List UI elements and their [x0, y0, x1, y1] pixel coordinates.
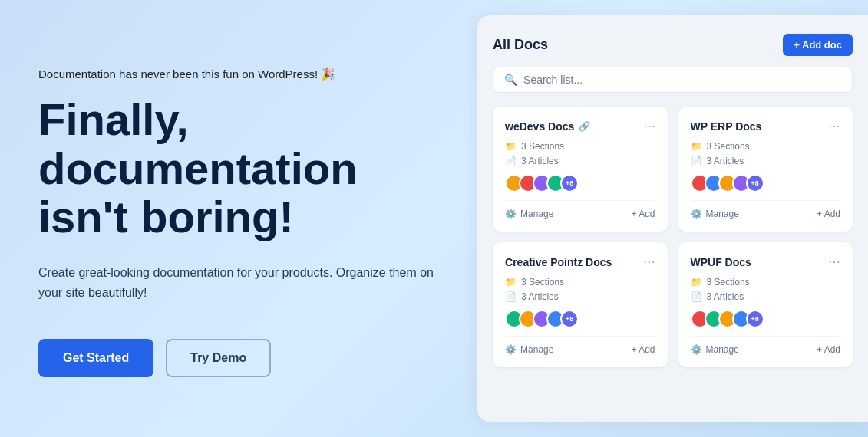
card-title-row-2: Creative Pointz Docs	[505, 256, 612, 268]
card-footer-2: ⚙️ Manage + Add	[505, 336, 655, 355]
avatar-count-3: +8	[746, 310, 764, 328]
folder-icon-0: 📁	[505, 141, 517, 152]
card-title-row-3: WPUF Docs	[691, 256, 751, 268]
sections-label-2: 3 Sections	[521, 277, 564, 288]
card-title-0: weDevs Docs	[505, 120, 574, 133]
manage-label-3: Manage	[706, 344, 739, 355]
folder-icon-3: 📁	[691, 277, 702, 288]
articles-row-2: 📄 3 Articles	[505, 291, 655, 302]
gear-icon-2: ⚙️	[505, 344, 517, 355]
manage-label-1: Manage	[706, 209, 739, 219]
headline-line2: documentation	[38, 143, 358, 193]
card-header-2: Creative Pointz Docs ⋯	[505, 255, 655, 269]
manage-button-3[interactable]: ⚙️ Manage	[691, 344, 739, 355]
search-input[interactable]	[523, 74, 841, 86]
manage-label-0: Manage	[520, 209, 553, 219]
sections-label-0: 3 Sections	[521, 141, 564, 152]
headline-line3: isn't boring!	[38, 192, 294, 242]
card-footer-3: ⚙️ Manage + Add	[691, 336, 840, 355]
card-title-1: WP ERP Docs	[691, 120, 762, 133]
folder-icon-1: 📁	[691, 141, 702, 152]
manage-label-2: Manage	[520, 344, 553, 355]
sections-row-2: 📁 3 Sections	[505, 277, 655, 288]
more-options-icon-3[interactable]: ⋯	[828, 255, 840, 269]
headline: Finally, documentation isn't boring!	[38, 95, 439, 242]
cta-buttons: Get Started Try Demo	[38, 339, 439, 377]
more-options-icon-0[interactable]: ⋯	[643, 119, 655, 133]
add-button-3[interactable]: + Add	[817, 344, 840, 355]
gear-icon-0: ⚙️	[505, 209, 517, 219]
gear-icon-1: ⚙️	[691, 209, 702, 219]
article-icon-0: 📄	[505, 156, 517, 166]
articles-label-2: 3 Articles	[521, 291, 559, 302]
cards-grid: weDevs Docs 🔗 ⋯ 📁 3 Sections 📄 3 Article…	[493, 107, 853, 367]
doc-card-wpuf: WPUF Docs ⋯ 📁 3 Sections 📄 3 Articles	[678, 242, 853, 367]
folder-icon-2: 📁	[505, 277, 517, 288]
add-doc-button[interactable]: + Add doc	[783, 34, 853, 56]
sections-row-1: 📁 3 Sections	[691, 141, 840, 152]
card-header-3: WPUF Docs ⋯	[691, 255, 840, 269]
avatar-count-0: +8	[560, 174, 579, 192]
get-started-button[interactable]: Get Started	[38, 339, 153, 377]
avatar-count-2: +8	[560, 310, 579, 328]
manage-button-1[interactable]: ⚙️ Manage	[691, 209, 739, 219]
article-icon-3: 📄	[691, 291, 702, 302]
add-button-2[interactable]: + Add	[631, 344, 655, 355]
sections-row-3: 📁 3 Sections	[691, 277, 840, 288]
card-meta-3: 📁 3 Sections 📄 3 Articles	[691, 277, 840, 302]
card-title-2: Creative Pointz Docs	[505, 256, 612, 268]
avatars-row-1: +8	[691, 174, 840, 192]
articles-label-0: 3 Articles	[521, 156, 559, 166]
card-footer-0: ⚙️ Manage + Add	[505, 200, 655, 219]
all-docs-title: All Docs	[493, 37, 548, 53]
articles-label-3: 3 Articles	[707, 291, 744, 302]
manage-button-0[interactable]: ⚙️ Manage	[505, 209, 553, 219]
search-bar: 🔍	[493, 67, 853, 93]
left-panel: Documentation has never been this fun on…	[0, 0, 477, 437]
add-button-0[interactable]: + Add	[631, 209, 655, 219]
avatar-count-1: +8	[746, 174, 764, 192]
more-options-icon-1[interactable]: ⋯	[828, 119, 840, 133]
card-meta-1: 📁 3 Sections 📄 3 Articles	[691, 141, 840, 166]
doc-card-creative: Creative Pointz Docs ⋯ 📁 3 Sections 📄 3 …	[493, 242, 667, 367]
plus-icon-1: + Add	[817, 209, 840, 219]
avatars-row-2: +8	[505, 310, 655, 328]
avatars-row-0: +8	[505, 174, 655, 192]
doc-card-wperp: WP ERP Docs ⋯ 📁 3 Sections 📄 3 Articles	[678, 107, 853, 232]
add-button-1[interactable]: + Add	[817, 209, 840, 219]
external-link-icon-0[interactable]: 🔗	[579, 121, 590, 132]
card-title-row-1: WP ERP Docs	[691, 120, 762, 133]
subtext: Create great-looking documentation for y…	[38, 263, 439, 302]
doc-card-wedevs: weDevs Docs 🔗 ⋯ 📁 3 Sections 📄 3 Article…	[493, 107, 667, 232]
card-footer-1: ⚙️ Manage + Add	[691, 200, 840, 219]
articles-row-1: 📄 3 Articles	[691, 156, 840, 166]
plus-icon-3: + Add	[817, 344, 840, 355]
sections-row-0: 📁 3 Sections	[505, 141, 655, 152]
avatars-row-3: +8	[691, 310, 840, 328]
card-meta-0: 📁 3 Sections 📄 3 Articles	[505, 141, 655, 166]
card-title-3: WPUF Docs	[691, 256, 751, 268]
card-title-row-0: weDevs Docs 🔗	[505, 120, 590, 133]
gear-icon-3: ⚙️	[691, 344, 702, 355]
articles-row-0: 📄 3 Articles	[505, 156, 655, 166]
search-icon: 🔍	[504, 74, 517, 86]
docs-header: All Docs + Add doc	[493, 34, 853, 56]
article-icon-1: 📄	[691, 156, 702, 166]
card-meta-2: 📁 3 Sections 📄 3 Articles	[505, 277, 655, 302]
plus-icon-2: + Add	[631, 344, 655, 355]
headline-line1: Finally,	[38, 94, 189, 144]
plus-icon-0: + Add	[631, 209, 655, 219]
sections-label-1: 3 Sections	[707, 141, 750, 152]
card-header-1: WP ERP Docs ⋯	[691, 119, 840, 133]
articles-label-1: 3 Articles	[707, 156, 744, 166]
try-demo-button[interactable]: Try Demo	[166, 339, 271, 377]
manage-button-2[interactable]: ⚙️ Manage	[505, 344, 553, 355]
right-panel: All Docs + Add doc 🔍 weDevs Docs 🔗 ⋯ 📁 3…	[477, 15, 868, 422]
articles-row-3: 📄 3 Articles	[691, 291, 840, 302]
sections-label-3: 3 Sections	[707, 277, 750, 288]
card-header-0: weDevs Docs 🔗 ⋯	[505, 119, 655, 133]
article-icon-2: 📄	[505, 291, 517, 302]
tagline-text: Documentation has never been this fun on…	[38, 67, 439, 81]
more-options-icon-2[interactable]: ⋯	[643, 255, 655, 269]
